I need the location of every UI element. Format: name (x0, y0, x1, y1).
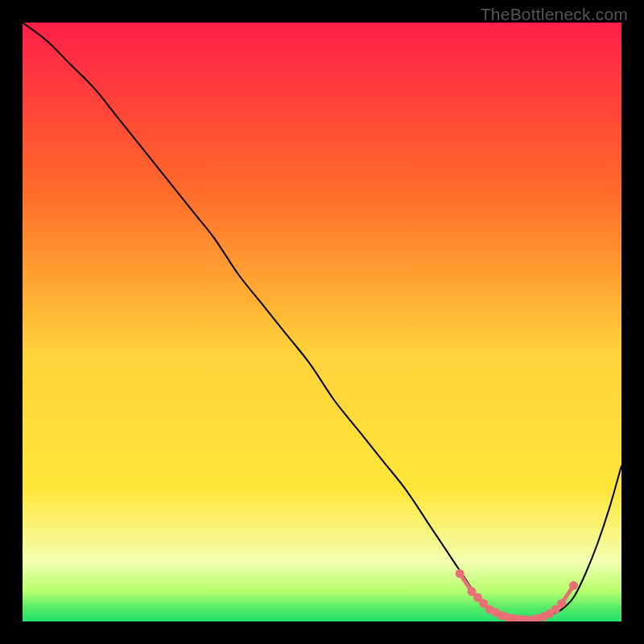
optimal-point-marker (456, 569, 464, 578)
optimal-point-marker (557, 599, 566, 608)
bottleneck-chart-svg (23, 23, 621, 621)
optimal-point-marker (569, 581, 578, 590)
gradient-background (23, 23, 621, 621)
chart-stage: TheBottleneck.com (0, 0, 644, 644)
plot-area (23, 23, 621, 621)
attribution-watermark: TheBottleneck.com (481, 5, 628, 24)
